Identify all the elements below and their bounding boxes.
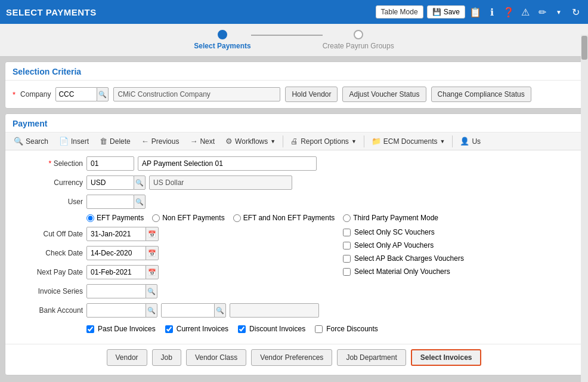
checkbox-material-only-input[interactable] xyxy=(343,268,351,276)
step-2-label: Create Payrun Groups xyxy=(323,42,394,50)
company-input[interactable] xyxy=(55,87,97,101)
radio-third-party[interactable]: Third Party Payment Mode xyxy=(343,214,438,222)
next-pay-date-calendar-icon[interactable]: 📅 xyxy=(146,265,159,279)
invoice-series-input[interactable] xyxy=(86,284,146,298)
bank-account-input1[interactable] xyxy=(86,303,146,318)
invoice-series-search-btn[interactable]: 🔍 xyxy=(146,284,157,298)
radio-non-eft-input[interactable] xyxy=(152,214,160,222)
checkbox-ap-back-charges[interactable]: Select AP Back Charges Vouchers xyxy=(343,254,464,263)
vendor-class-button[interactable]: Vendor Class xyxy=(186,349,246,366)
payment-form: * Selection Currency 🔍 User xyxy=(5,150,583,344)
insert-toolbar-icon: 📄 xyxy=(59,137,69,146)
clipboard-icon[interactable]: 📋 xyxy=(469,7,482,18)
check-date-calendar-icon[interactable]: 📅 xyxy=(146,246,159,260)
delete-toolbar-button[interactable]: 🗑 Delete xyxy=(95,135,135,147)
bank-account-search-btn2[interactable]: 🔍 xyxy=(214,303,226,318)
company-search-btn[interactable]: 🔍 xyxy=(97,87,109,101)
check-date-input[interactable] xyxy=(86,246,146,260)
cutoff-date-calendar-icon[interactable]: 📅 xyxy=(146,227,159,241)
company-label: Company xyxy=(20,90,51,98)
radio-eft-non-eft-input[interactable] xyxy=(233,214,241,222)
user-input[interactable] xyxy=(86,195,134,209)
wizard-steps: Select Payments Create Payrun Groups xyxy=(194,30,394,50)
ecm-docs-toolbar-button[interactable]: 📁 ECM Documents ▼ xyxy=(367,135,450,147)
user-toolbar-button[interactable]: 👤 Us xyxy=(455,135,485,147)
vendor-preferences-button[interactable]: Vendor Preferences xyxy=(251,349,332,366)
info-icon[interactable]: ℹ xyxy=(485,7,499,18)
currency-code-input[interactable] xyxy=(86,175,134,190)
next-toolbar-button[interactable]: → Next xyxy=(185,135,219,147)
hold-vendor-button[interactable]: Hold Vendor xyxy=(285,87,338,102)
cutoff-date-row: Cut Off Date 📅 xyxy=(17,227,319,241)
radio-non-eft[interactable]: Non EFT Payments xyxy=(152,214,224,222)
adjust-voucher-button[interactable]: Adjust Voucher Status xyxy=(342,87,426,102)
radio-eft-non-eft[interactable]: EFT and Non EFT Payments xyxy=(233,214,335,222)
toolbar-sep-2 xyxy=(364,135,364,147)
checkbox-past-due[interactable]: Past Due Invoices xyxy=(86,325,156,333)
save-button[interactable]: 💾 Save xyxy=(427,5,465,19)
step-1[interactable]: Select Payments xyxy=(194,30,250,50)
checkbox-discount-invoices[interactable]: Discount Invoices xyxy=(238,325,305,333)
change-compliance-button[interactable]: Change Compliance Status xyxy=(431,87,531,102)
step-1-circle xyxy=(218,30,227,39)
checkbox-material-only[interactable]: Select Material Only Vouchers xyxy=(343,267,464,276)
company-input-wrap: 🔍 xyxy=(55,87,109,101)
refresh-icon[interactable]: ↻ xyxy=(569,7,582,18)
next-pay-date-wrap: 📅 xyxy=(86,265,159,279)
selection-code-input[interactable] xyxy=(86,156,134,171)
checkbox-past-due-input[interactable] xyxy=(86,325,94,333)
user-label: User xyxy=(17,198,83,206)
user-search-btn[interactable]: 🔍 xyxy=(134,195,146,209)
step-line xyxy=(251,35,323,36)
checkbox-current-invoices[interactable]: Current Invoices xyxy=(165,325,228,333)
checkbox-discount-invoices-input[interactable] xyxy=(238,325,246,333)
checkbox-sc-vouchers[interactable]: Select Only SC Vouchers xyxy=(343,228,464,236)
search-toolbar-button[interactable]: 🔍 Search xyxy=(9,135,53,147)
checkbox-ap-vouchers-input[interactable] xyxy=(343,242,351,249)
step-1-label: Select Payments xyxy=(194,42,250,50)
selection-name-input[interactable] xyxy=(138,156,317,171)
select-invoices-button[interactable]: Select Invoices xyxy=(411,349,482,366)
scrollbar-track[interactable] xyxy=(581,35,588,382)
table-mode-button[interactable]: Table Mode xyxy=(376,5,423,19)
edit-icon[interactable]: ✏ xyxy=(536,7,549,18)
cutoff-date-wrap: 📅 xyxy=(86,227,159,241)
dates-checkboxes-section: Cut Off Date 📅 Check Date 📅 xyxy=(17,227,571,322)
vendor-button[interactable]: Vendor xyxy=(107,349,147,366)
currency-label: Currency xyxy=(17,178,83,187)
toolbar-sep-1 xyxy=(283,135,283,147)
radio-eft[interactable]: EFT Payments xyxy=(86,214,144,222)
checkbox-force-discounts-input[interactable] xyxy=(315,325,323,333)
scrollbar-thumb[interactable] xyxy=(581,36,587,60)
step-2[interactable]: Create Payrun Groups xyxy=(323,30,394,50)
user-toolbar-icon: 👤 xyxy=(460,137,469,146)
alert-icon[interactable]: ⚠ xyxy=(519,7,532,18)
job-button[interactable]: Job xyxy=(152,349,181,366)
radio-third-party-input[interactable] xyxy=(343,214,351,222)
check-date-label: Check Date xyxy=(17,249,83,257)
right-checkboxes: Select Only SC Vouchers Select Only AP V… xyxy=(343,227,464,322)
checkbox-ap-back-charges-input[interactable] xyxy=(343,255,351,263)
payment-type-radio-group: EFT Payments Non EFT Payments EFT and No… xyxy=(86,214,571,222)
job-department-button[interactable]: Job Department xyxy=(337,349,406,366)
insert-toolbar-button[interactable]: 📄 Insert xyxy=(54,135,94,147)
help-icon[interactable]: ❓ xyxy=(502,7,515,18)
report-options-toolbar-button[interactable]: 🖨 Report Options ▼ xyxy=(286,135,361,147)
workflows-toolbar-button[interactable]: ⚙ Workflows ▼ xyxy=(221,135,280,147)
next-pay-date-row: Next Pay Date 📅 xyxy=(17,265,319,279)
checkbox-sc-vouchers-input[interactable] xyxy=(343,229,351,236)
currency-search-btn[interactable]: 🔍 xyxy=(134,175,146,190)
checkbox-ap-vouchers[interactable]: Select Only AP Vouchers xyxy=(343,241,464,249)
checkbox-current-invoices-input[interactable] xyxy=(165,325,173,333)
dropdown-icon[interactable]: ▼ xyxy=(552,9,565,16)
next-pay-date-label: Next Pay Date xyxy=(17,268,83,276)
checkbox-force-discounts[interactable]: Force Discounts xyxy=(315,325,378,333)
next-pay-date-input[interactable] xyxy=(86,265,146,279)
save-icon: 💾 xyxy=(432,8,441,16)
radio-eft-input[interactable] xyxy=(86,214,94,222)
previous-toolbar-button[interactable]: ← Previous xyxy=(137,135,184,147)
bank-account-input2[interactable] xyxy=(161,303,215,318)
bank-account-search-btn1[interactable]: 🔍 xyxy=(146,303,157,318)
cutoff-date-input[interactable] xyxy=(86,227,146,241)
user-input-wrap: 🔍 xyxy=(86,195,146,209)
